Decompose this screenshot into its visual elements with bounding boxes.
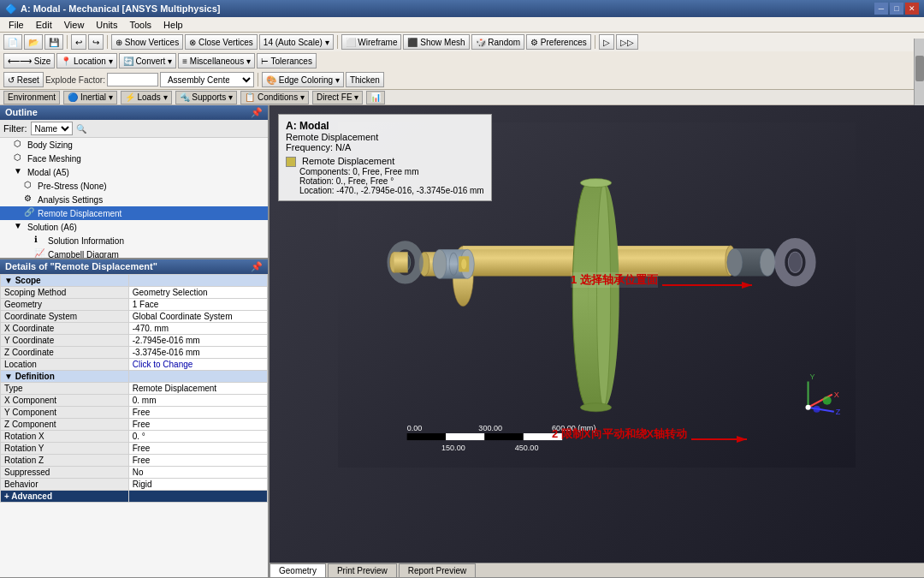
tree-item-face-meshing[interactable]: ⬡ Face Meshing	[0, 152, 268, 165]
redo-button[interactable]: ↪	[88, 34, 104, 50]
menu-file[interactable]: File	[3, 19, 29, 31]
filter-row: Filter: Name 🔍	[0, 120, 268, 138]
menu-edit[interactable]: Edit	[31, 19, 57, 31]
minimize-button[interactable]: ─	[874, 3, 888, 15]
tolerances-button[interactable]: ⊢ Tolerances	[257, 53, 317, 69]
coord-sys-value[interactable]: Global Coordinate System	[128, 311, 267, 323]
tree-item-solution[interactable]: ▼ Solution (A6)	[0, 220, 268, 234]
advanced-label[interactable]: + Advanced	[1, 491, 129, 503]
tree-label: Face Meshing	[27, 154, 81, 164]
undo-button[interactable]: ↩	[71, 34, 86, 50]
menu-help[interactable]: Help	[158, 19, 188, 31]
toolbar-row-3: ↺ Reset Explode Factor: Assembly Center …	[0, 70, 924, 89]
extra-btn2[interactable]: ▷▷	[616, 34, 638, 50]
z-component-value[interactable]: Free	[128, 419, 267, 431]
location-value[interactable]: Click to Change	[128, 359, 267, 371]
new-button[interactable]: 📄	[3, 34, 22, 50]
extra-btn1[interactable]: ▷	[599, 34, 614, 50]
z-coord-value[interactable]: -3.3745e-016 mm	[128, 347, 267, 359]
rotation-z-value[interactable]: Free	[128, 455, 267, 467]
tree-item-body-sizing[interactable]: ⬡ Body Sizing	[0, 138, 268, 152]
menu-view[interactable]: View	[59, 19, 90, 31]
open-button[interactable]: 📂	[24, 34, 43, 50]
tree-item-analysis-settings[interactable]: ⚙ Analysis Settings	[0, 193, 268, 206]
behavior-value[interactable]: Rigid	[128, 479, 267, 491]
svg-text:450.00: 450.00	[515, 444, 539, 452]
details-panel: Details of "Remote Displacement" 📌 ▼ Sco…	[0, 259, 268, 577]
definition-section-row: ▼ Definition	[1, 371, 268, 383]
tab-geometry[interactable]: Geometry	[270, 563, 326, 577]
maximize-button[interactable]: □	[890, 3, 903, 15]
menu-bar: File Edit View Units Tools Help	[0, 17, 924, 33]
menu-tools[interactable]: Tools	[124, 19, 157, 31]
rotation-y-value[interactable]: Free	[128, 443, 267, 455]
tree-label: Solution Information	[48, 236, 124, 246]
location-button[interactable]: 📍 Location ▾	[56, 53, 116, 69]
direct-fe-btn[interactable]: Direct FE ▾	[312, 91, 363, 104]
preferences-button[interactable]: ⚙ Preferences	[526, 34, 591, 50]
scoping-method-label: Scoping Method	[1, 287, 129, 299]
show-vertices-button[interactable]: ⊕ Show Vertices	[111, 34, 183, 50]
annotation-1-text: 1 选择轴承位置面	[571, 272, 658, 288]
y-coord-value[interactable]: -2.7945e-016 mm	[128, 335, 267, 347]
thicken-button[interactable]: Thicken	[346, 72, 384, 87]
app-icon: 🔷	[5, 3, 17, 15]
x-coord-value[interactable]: -470. mm	[128, 323, 267, 335]
svg-text:Y: Y	[810, 372, 815, 381]
scale-dropdown[interactable]: 14 (Auto Scale) ▾	[259, 34, 334, 50]
scoping-method-row: Scoping Method Geometry Selection	[1, 287, 268, 299]
assembly-center-dropdown[interactable]: Assembly Center	[160, 72, 254, 87]
rotation-x-value[interactable]: 0. °	[128, 431, 267, 443]
tree-item-campbell[interactable]: 📈 Campbell Diagram	[0, 247, 268, 258]
close-button[interactable]: ✕	[905, 3, 919, 15]
close-vertices-button[interactable]: ⊗ Close Vertices	[185, 34, 258, 50]
tree-label: Pre-Stress (None)	[38, 182, 107, 191]
suppressed-value[interactable]: No	[128, 467, 267, 479]
x-component-value[interactable]: 0. mm	[128, 395, 267, 407]
random-button[interactable]: 🎲 Random	[471, 34, 525, 50]
filter-select[interactable]: Name	[31, 122, 73, 135]
tree-label: Analysis Settings	[38, 195, 103, 205]
tree-item-remote-displacement[interactable]: 🔗 Remote Displacement	[0, 206, 268, 220]
show-mesh-button[interactable]: ⬛ Show Mesh	[403, 34, 469, 50]
z-coord-label: Z Coordinate	[1, 347, 129, 359]
tab-report-preview[interactable]: Report Preview	[399, 563, 476, 577]
wireframe-button[interactable]: ⬜ Wireframe	[341, 34, 402, 50]
suppressed-row: Suppressed No	[1, 467, 268, 479]
annotation-1: 1 选择轴承位置面	[571, 272, 658, 288]
view-tabs: Geometry Print Preview Report Preview	[270, 563, 924, 577]
rotation-y-row: Rotation Y Free	[1, 443, 268, 455]
size-button[interactable]: ⟵⟶ Size	[3, 53, 55, 69]
tree-item-prestress[interactable]: ⬡ Pre-Stress (None)	[0, 179, 268, 193]
scoping-method-value[interactable]: Geometry Selection	[128, 287, 267, 299]
supports-btn[interactable]: 🔩 Supports ▾	[175, 91, 238, 104]
left-panel: Outline 📌 Filter: Name 🔍 ⬡ Body Sizing ⬡…	[0, 105, 270, 577]
env-extra-btn[interactable]: 📊	[366, 91, 385, 104]
svg-point-44	[823, 396, 832, 405]
arrow-1	[662, 272, 765, 298]
miscellaneous-button[interactable]: ≡ Miscellaneous ▾	[178, 53, 255, 69]
geometry-value[interactable]: 1 Face	[128, 299, 267, 311]
annotation-2-text: 2 限制X向平动和绕X轴转动	[552, 426, 687, 442]
conditions-btn[interactable]: 📋 Conditions ▾	[240, 91, 309, 104]
filter-label: Filter:	[3, 123, 27, 134]
loads-btn[interactable]: ⚡ Loads ▾	[121, 91, 172, 104]
inertial-btn[interactable]: 🔵 Inertial ▾	[63, 91, 117, 104]
svg-point-45	[814, 406, 820, 413]
y-coordinate-row: Y Coordinate -2.7945e-016 mm	[1, 335, 268, 347]
explode-input[interactable]	[107, 73, 158, 86]
y-component-value[interactable]: Free	[128, 407, 267, 419]
environment-btn[interactable]: Environment	[3, 91, 60, 104]
tab-print-preview[interactable]: Print Preview	[328, 563, 397, 577]
reset-button[interactable]: ↺ Reset	[3, 72, 44, 87]
details-pin[interactable]: 📌	[251, 261, 263, 272]
menu-units[interactable]: Units	[91, 19, 122, 31]
edge-coloring-button[interactable]: 🎨 Edge Coloring ▾	[262, 72, 344, 87]
tree-item-solution-info[interactable]: ℹ Solution Information	[0, 234, 268, 247]
save-button[interactable]: 💾	[44, 34, 63, 50]
legend-detail1: Components: 0, Free, Free mm	[286, 167, 484, 176]
convert-button[interactable]: 🔄 Convert ▾	[119, 53, 177, 69]
env-bar: Environment 🔵 Inertial ▾ ⚡ Loads ▾ 🔩 Sup…	[0, 90, 924, 105]
tree-item-modal[interactable]: ▼ Modal (A5)	[0, 165, 268, 179]
outline-pin[interactable]: 📌	[251, 107, 263, 118]
